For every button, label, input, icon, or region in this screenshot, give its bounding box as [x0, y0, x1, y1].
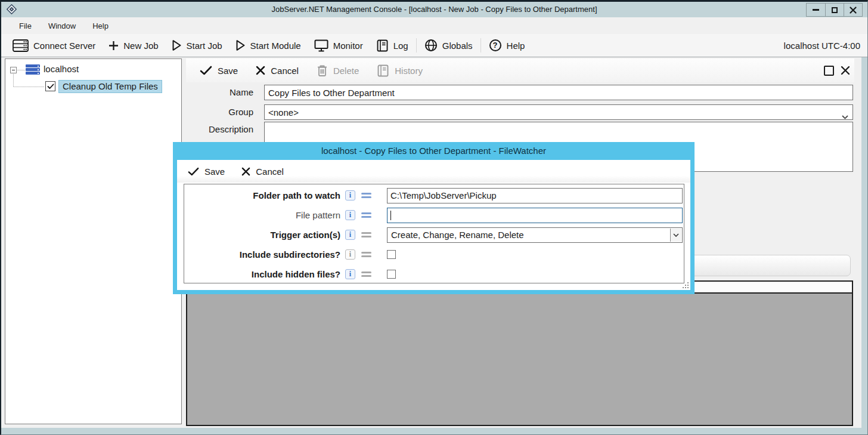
- application-window: JobServer.NET Management Console - [loca…: [0, 0, 868, 435]
- filewatcher-dialog: localhost - Copy Files to Other Departme…: [173, 142, 695, 294]
- dialog-toolbar: Save Cancel: [177, 160, 690, 183]
- dialog-cancel-button[interactable]: Cancel: [234, 166, 291, 177]
- assign-toggle-icon[interactable]: [361, 270, 371, 279]
- history-book-icon: [377, 64, 389, 77]
- job-save-button[interactable]: Save: [192, 58, 246, 82]
- monitor-icon: [314, 39, 328, 52]
- chevron-down-icon: [842, 111, 848, 121]
- assign-toggle-icon[interactable]: [361, 230, 371, 239]
- tree-collapse-toggle[interactable]: [10, 67, 17, 73]
- tree-node-job-selected[interactable]: Cleanup Old Temp Files: [58, 80, 162, 93]
- info-icon[interactable]: i: [345, 190, 355, 200]
- panel-close-button[interactable]: [839, 64, 852, 77]
- job-enabled-checkbox[interactable]: [45, 81, 55, 91]
- close-icon: [841, 66, 850, 75]
- field-row-trigger-actions: Trigger action(s) i Create, Change, Rena…: [184, 225, 684, 245]
- group-label: Group: [186, 107, 261, 117]
- job-name-input[interactable]: [264, 85, 853, 100]
- job-delete-label: Delete: [333, 66, 359, 76]
- server-tree-panel: localhost Cleanup Old Temp Files: [5, 58, 182, 424]
- maximize-icon: [824, 66, 834, 76]
- titlebar: JobServer.NET Management Console - [loca…: [1, 2, 867, 17]
- panel-maximize-button[interactable]: [822, 64, 835, 77]
- info-icon[interactable]: i: [345, 210, 355, 220]
- triggers-list-body: [187, 294, 852, 425]
- help-button[interactable]: ? Help: [482, 34, 532, 57]
- connect-server-label: Connect Server: [33, 41, 95, 51]
- monitor-button[interactable]: Monitor: [308, 34, 370, 57]
- tree-connector: [13, 74, 14, 87]
- maximize-button[interactable]: [825, 4, 844, 16]
- toolbar: Connect Server New Job Start Job Start M…: [1, 34, 867, 57]
- menu-window[interactable]: Window: [42, 19, 82, 33]
- dialog-cancel-label: Cancel: [256, 166, 284, 177]
- triggers-list: [186, 280, 853, 426]
- start-module-button[interactable]: Start Module: [229, 34, 308, 57]
- toolbar-separator: [416, 38, 417, 53]
- server-node-icon: [26, 64, 40, 75]
- job-cancel-label: Cancel: [271, 66, 299, 76]
- plus-icon: [108, 41, 119, 51]
- job-delete-button[interactable]: Delete: [309, 58, 367, 82]
- field-row-include-hidden-files: Include hidden files? i: [184, 264, 684, 284]
- start-job-button[interactable]: Start Job: [165, 34, 229, 57]
- info-icon[interactable]: i: [345, 249, 355, 260]
- close-icon: [850, 7, 857, 14]
- globals-button[interactable]: Globals: [418, 34, 479, 57]
- name-label: Name: [186, 87, 261, 97]
- trigger-actions-select[interactable]: Create, Change, Rename, Delete: [387, 227, 683, 243]
- server-timezone-status: localhost UTC-4:00: [784, 41, 863, 51]
- assign-toggle-icon[interactable]: [361, 191, 371, 200]
- trash-icon: [317, 64, 328, 77]
- field-row-include-subdirectories: Include subdirectories? i: [184, 245, 684, 264]
- start-job-label: Start Job: [187, 41, 222, 51]
- toolbar-separator: [480, 38, 481, 53]
- job-history-button[interactable]: History: [369, 58, 430, 82]
- log-button[interactable]: Log: [370, 34, 415, 57]
- info-icon[interactable]: i: [345, 269, 355, 279]
- trigger-actions-value: Create, Change, Rename, Delete: [391, 230, 524, 240]
- server-icon: [13, 39, 29, 52]
- maximize-icon: [832, 7, 838, 13]
- check-icon: [200, 66, 212, 75]
- connect-server-button[interactable]: Connect Server: [6, 34, 102, 57]
- dialog-save-label: Save: [204, 166, 225, 177]
- text-caret: [390, 211, 391, 220]
- dialog-resize-grip[interactable]: [682, 282, 689, 289]
- play-icon: [172, 39, 182, 51]
- folder-path-label: Folder path to watch: [184, 190, 345, 200]
- tree-connector: [14, 87, 44, 87]
- globe-icon: [424, 39, 438, 52]
- start-module-label: Start Module: [250, 41, 301, 51]
- assign-toggle-icon[interactable]: [361, 250, 371, 259]
- check-icon: [188, 167, 199, 176]
- file-pattern-input[interactable]: [387, 208, 683, 223]
- new-job-button[interactable]: New Job: [102, 34, 165, 57]
- info-icon[interactable]: i: [345, 230, 355, 240]
- globals-label: Globals: [442, 41, 473, 51]
- menu-help[interactable]: Help: [86, 19, 114, 33]
- include-subdirectories-checkbox[interactable]: [387, 250, 396, 259]
- folder-path-input[interactable]: [387, 188, 683, 203]
- check-icon: [47, 84, 54, 90]
- minimize-button[interactable]: [807, 4, 825, 16]
- assign-toggle-icon[interactable]: [361, 211, 371, 220]
- job-editor-toolbar: Save Cancel: [186, 58, 854, 82]
- menu-file[interactable]: File: [13, 19, 38, 33]
- job-group-select[interactable]: <none>: [264, 104, 853, 120]
- job-history-label: History: [395, 66, 423, 76]
- menubar: File Window Help: [1, 17, 867, 34]
- description-label: Description: [186, 124, 261, 134]
- include-hidden-files-checkbox[interactable]: [387, 270, 396, 279]
- dialog-save-button[interactable]: Save: [181, 166, 232, 177]
- include-hidden-files-label: Include hidden files?: [184, 269, 345, 279]
- x-icon: [241, 167, 250, 176]
- log-book-icon: [376, 39, 389, 52]
- tree-node-localhost[interactable]: localhost: [44, 64, 79, 74]
- dialog-body: Save Cancel Folder path to watch i File …: [177, 160, 690, 290]
- close-button[interactable]: [844, 4, 862, 16]
- help-label: Help: [507, 41, 525, 51]
- dialog-title: localhost - Copy Files to Other Departme…: [173, 142, 695, 160]
- trigger-actions-label: Trigger action(s): [184, 230, 345, 240]
- job-cancel-button[interactable]: Cancel: [248, 58, 306, 82]
